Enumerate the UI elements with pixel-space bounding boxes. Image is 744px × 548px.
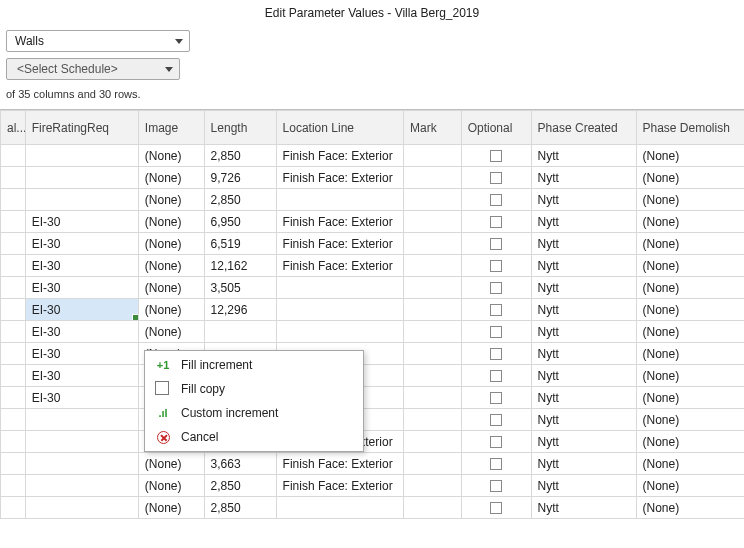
cell-phase-demolished[interactable]: (None) (636, 255, 744, 277)
checkbox-icon[interactable] (490, 238, 502, 250)
checkbox-icon[interactable] (490, 436, 502, 448)
context-menu-fill-copy[interactable]: Fill copy (145, 377, 363, 401)
cell-mark[interactable] (404, 189, 462, 211)
cell-phase-demolished[interactable]: (None) (636, 321, 744, 343)
cell-optional[interactable] (461, 453, 531, 475)
checkbox-icon[interactable] (490, 304, 502, 316)
cell-phase-created[interactable]: Nytt (531, 387, 636, 409)
cell-optional[interactable] (461, 277, 531, 299)
cell-length[interactable]: 2,850 (204, 145, 276, 167)
cell-mark[interactable] (404, 167, 462, 189)
cell-length[interactable] (204, 321, 276, 343)
table-row[interactable]: (None)2,850Finish Face: ExteriorNytt(Non… (1, 475, 745, 497)
checkbox-icon[interactable] (490, 458, 502, 470)
cell-partial[interactable] (1, 145, 26, 167)
cell-phase-demolished[interactable]: (None) (636, 189, 744, 211)
cell-partial[interactable] (1, 255, 26, 277)
cell-image[interactable]: (None) (138, 167, 204, 189)
cell-fire-rating[interactable]: EI-30 (25, 299, 138, 321)
checkbox-icon[interactable] (490, 172, 502, 184)
cell-mark[interactable] (404, 475, 462, 497)
cell-phase-created[interactable]: Nytt (531, 167, 636, 189)
table-row[interactable]: EI-30(None)6,950Finish Face: ExteriorNyt… (1, 211, 745, 233)
table-row[interactable]: EI-30(None)12,296Nytt(None) (1, 299, 745, 321)
cell-partial[interactable] (1, 343, 26, 365)
cell-phase-created[interactable]: Nytt (531, 189, 636, 211)
cell-location[interactable]: Finish Face: Exterior (276, 145, 404, 167)
cell-optional[interactable] (461, 497, 531, 519)
cell-mark[interactable] (404, 343, 462, 365)
cell-image[interactable]: (None) (138, 189, 204, 211)
cell-mark[interactable] (404, 321, 462, 343)
cell-mark[interactable] (404, 497, 462, 519)
table-row[interactable]: (None)6,191Nytt(None) (1, 409, 745, 431)
cell-image[interactable]: (None) (138, 233, 204, 255)
cell-location[interactable] (276, 277, 404, 299)
cell-length[interactable]: 2,850 (204, 189, 276, 211)
cell-phase-created[interactable]: Nytt (531, 145, 636, 167)
cell-location[interactable]: Finish Face: Exterior (276, 453, 404, 475)
cell-location[interactable]: Finish Face: Exterior (276, 475, 404, 497)
table-row[interactable]: EI-30(None)Nytt(None) (1, 343, 745, 365)
cell-location[interactable]: Finish Face: Exterior (276, 211, 404, 233)
cell-optional[interactable] (461, 431, 531, 453)
cell-mark[interactable] (404, 211, 462, 233)
cell-mark[interactable] (404, 277, 462, 299)
checkbox-icon[interactable] (490, 194, 502, 206)
cell-phase-demolished[interactable]: (None) (636, 343, 744, 365)
cell-image[interactable]: (None) (138, 453, 204, 475)
cell-phase-created[interactable]: Nytt (531, 211, 636, 233)
cell-length[interactable]: 12,162 (204, 255, 276, 277)
column-header-length[interactable]: Length (204, 111, 276, 145)
cell-fire-rating[interactable] (25, 145, 138, 167)
cell-phase-created[interactable]: Nytt (531, 343, 636, 365)
cell-optional[interactable] (461, 365, 531, 387)
cell-optional[interactable] (461, 409, 531, 431)
cell-phase-demolished[interactable]: (None) (636, 453, 744, 475)
cell-mark[interactable] (404, 255, 462, 277)
table-row[interactable]: EI-30(None)3,505Nytt(None) (1, 277, 745, 299)
cell-partial[interactable] (1, 431, 26, 453)
cell-location[interactable] (276, 189, 404, 211)
cell-optional[interactable] (461, 387, 531, 409)
cell-length[interactable]: 9,726 (204, 167, 276, 189)
cell-image[interactable]: (None) (138, 299, 204, 321)
cell-optional[interactable] (461, 475, 531, 497)
cell-optional[interactable] (461, 321, 531, 343)
cell-location[interactable] (276, 497, 404, 519)
table-row[interactable]: (None)2,850Nytt(None) (1, 497, 745, 519)
cell-phase-created[interactable]: Nytt (531, 299, 636, 321)
category-dropdown[interactable]: Walls (6, 30, 190, 52)
checkbox-icon[interactable] (490, 392, 502, 404)
cell-fire-rating[interactable] (25, 431, 138, 453)
cell-partial[interactable] (1, 475, 26, 497)
cell-partial[interactable] (1, 453, 26, 475)
table-row[interactable]: EI-30(None)Nytt(None) (1, 321, 745, 343)
cell-partial[interactable] (1, 409, 26, 431)
checkbox-icon[interactable] (490, 502, 502, 514)
cell-partial[interactable] (1, 387, 26, 409)
cell-partial[interactable] (1, 277, 26, 299)
checkbox-icon[interactable] (490, 282, 502, 294)
cell-phase-created[interactable]: Nytt (531, 409, 636, 431)
cell-mark[interactable] (404, 409, 462, 431)
table-row[interactable]: EI-30(None)6,519Finish Face: ExteriorNyt… (1, 233, 745, 255)
cell-image[interactable]: (None) (138, 145, 204, 167)
column-header-optional[interactable]: Optional (461, 111, 531, 145)
parameter-table[interactable]: al... FireRatingReq Image Length Locatio… (0, 110, 744, 519)
cell-phase-created[interactable]: Nytt (531, 475, 636, 497)
cell-partial[interactable] (1, 299, 26, 321)
column-header-truncated[interactable]: al... (1, 111, 26, 145)
cell-length[interactable]: 2,850 (204, 475, 276, 497)
cell-phase-created[interactable]: Nytt (531, 365, 636, 387)
cell-fire-rating[interactable]: EI-30 (25, 233, 138, 255)
cell-optional[interactable] (461, 233, 531, 255)
cell-location[interactable]: Finish Face: Exterior (276, 167, 404, 189)
cell-optional[interactable] (461, 299, 531, 321)
cell-length[interactable]: 2,850 (204, 497, 276, 519)
schedule-dropdown[interactable]: <Select Schedule> (6, 58, 180, 80)
cell-optional[interactable] (461, 145, 531, 167)
cell-image[interactable]: (None) (138, 475, 204, 497)
cell-length[interactable]: 3,663 (204, 453, 276, 475)
column-header-image[interactable]: Image (138, 111, 204, 145)
